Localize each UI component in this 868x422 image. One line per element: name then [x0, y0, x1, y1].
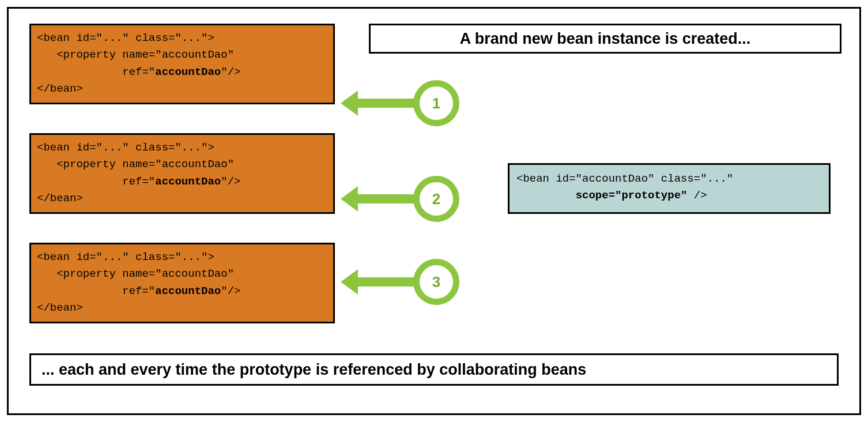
proto-l1: <bean id="accountDao" class="...": [516, 172, 733, 185]
arrow-2: [354, 194, 418, 204]
bean3-l1: <bean id="..." class="...">: [37, 251, 214, 263]
bean1-l2: <property name="accountDao": [37, 48, 234, 61]
circle-3-num: 3: [432, 273, 440, 291]
prototype-box: <bean id="accountDao" class="..." scope=…: [508, 163, 831, 214]
proto-l2c: />: [687, 189, 707, 202]
circle-1: 1: [413, 80, 459, 126]
bean-box-2: <bean id="..." class="..."> <property na…: [29, 133, 335, 214]
arrow-3: [354, 277, 418, 287]
bean3-l3b: accountDao: [155, 285, 221, 297]
title-bottom-text: ... each and every time the prototype is…: [41, 361, 586, 379]
bean3-l2: <property name="accountDao": [37, 267, 234, 280]
bean2-l3b: accountDao: [155, 175, 221, 188]
arrow-1: [354, 99, 418, 108]
bean1-l1: <bean id="..." class="...">: [37, 32, 214, 44]
bean2-l3a: ref=": [37, 175, 155, 188]
proto-l2b: scope="prototype": [576, 189, 688, 202]
bean1-l3a: ref=": [37, 66, 155, 78]
bean1-l4: </bean>: [37, 82, 83, 95]
circle-1-num: 1: [432, 95, 440, 112]
bean1-l3c: "/>: [221, 66, 240, 78]
bean1-l3b: accountDao: [155, 66, 221, 78]
diagram-container: A brand new bean instance is created... …: [7, 7, 861, 415]
title-top: A brand new bean instance is created...: [369, 24, 841, 54]
bean2-l2: <property name="accountDao": [37, 158, 234, 171]
proto-l2a: [516, 189, 576, 202]
bean2-l4: </bean>: [37, 192, 83, 205]
bean3-l4: </bean>: [37, 302, 83, 314]
circle-2-num: 2: [432, 190, 440, 208]
bean-box-3: <bean id="..." class="..."> <property na…: [29, 243, 335, 323]
circle-3: 3: [413, 259, 459, 305]
title-top-text: A brand new bean instance is created...: [460, 30, 751, 48]
bean3-l3a: ref=": [37, 285, 155, 297]
bean2-l3c: "/>: [221, 175, 240, 188]
bean2-l1: <bean id="..." class="...">: [37, 141, 214, 154]
title-bottom: ... each and every time the prototype is…: [29, 353, 839, 386]
bean-box-1: <bean id="..." class="..."> <property na…: [29, 24, 335, 104]
circle-2: 2: [413, 176, 459, 222]
bean3-l3c: "/>: [221, 285, 240, 297]
